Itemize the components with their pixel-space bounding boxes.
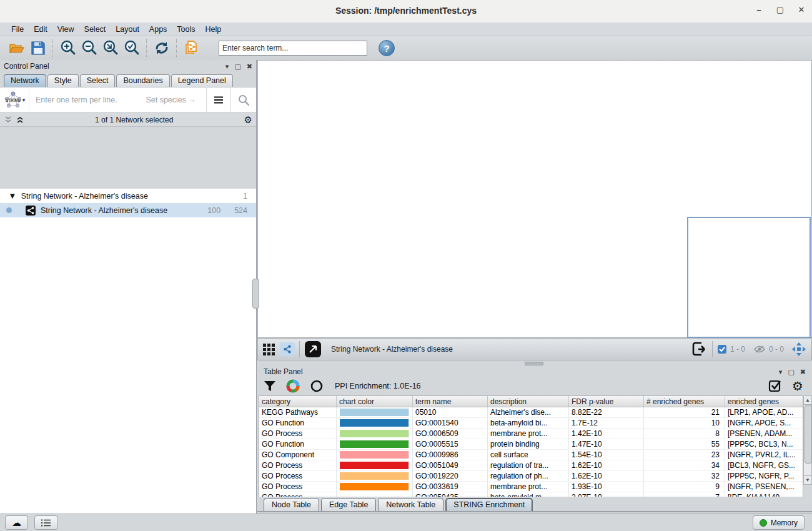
column-header[interactable]: description [488, 396, 569, 407]
cell-description: membrane prot... [488, 429, 569, 439]
tab-string-enrichment[interactable]: STRING Enrichment [445, 498, 533, 512]
zoom-in-button[interactable] [57, 38, 79, 58]
column-header[interactable]: enriched genes [725, 396, 805, 407]
search-input[interactable] [219, 41, 367, 56]
filter-button[interactable] [264, 380, 276, 392]
cell-genes: [IDE, KIAA1149... [725, 492, 803, 497]
close-icon[interactable]: ✕ [793, 5, 810, 17]
launch-view-button[interactable] [305, 341, 321, 357]
open-file-button[interactable] [6, 38, 27, 58]
chart-button[interactable] [286, 379, 300, 393]
tab-legend-panel[interactable]: Legend Panel [171, 74, 233, 87]
column-header[interactable]: chart color [337, 396, 413, 407]
task-list-button[interactable] [34, 515, 58, 530]
table-row[interactable]: KEGG Pathways05010Alzheimer's dise...8.8… [259, 407, 803, 418]
grid-button[interactable] [263, 344, 275, 355]
selection-count-label: 1 of 1 Network selected [24, 116, 244, 124]
ring-button[interactable] [310, 379, 324, 393]
tab-edge-table[interactable]: Edge Table [321, 498, 376, 512]
table-row[interactable]: GO ComponentGO:0009986cell surface1.54E-… [259, 450, 803, 460]
tab-style[interactable]: Style [47, 74, 79, 87]
table-row[interactable]: GO FunctionGO:0005515protein binding1.47… [259, 439, 803, 450]
refresh-button[interactable] [151, 38, 172, 58]
panel-close-icon[interactable]: ✖ [247, 62, 252, 71]
cell-genes: [NGFR, APOE, S... [725, 418, 803, 428]
menu-tools[interactable]: Tools [172, 24, 200, 35]
table-settings-gear-icon[interactable]: ⚙ [792, 379, 803, 394]
enrichment-table: categorychart colorterm namedescriptionF… [259, 395, 803, 497]
tree-expander-icon[interactable]: ▼ [10, 192, 15, 199]
tab-boundaries[interactable]: Boundaries [116, 74, 169, 87]
save-session-button[interactable] [27, 38, 49, 58]
table-row[interactable]: GO ProcessGO:0006509membrane prot...1.42… [259, 429, 803, 439]
task-history-button[interactable]: ☁ [5, 515, 28, 530]
scroll-up-icon[interactable]: ▲ [804, 396, 811, 405]
panel-close-icon[interactable]: ✖ [800, 368, 806, 376]
table-row[interactable]: GO ProcessGO:0019220regulation of ph...1… [259, 471, 803, 482]
string-options-button[interactable] [206, 88, 230, 112]
birdseye-toggle-button[interactable] [791, 342, 806, 357]
network-row[interactable]: String Network - Alzheimer's disease 100… [0, 203, 256, 217]
vertical-splitter-grip[interactable] [252, 279, 259, 309]
scrollbar-thumb[interactable] [805, 405, 812, 464]
main-toolbar: ? [0, 36, 812, 61]
column-header[interactable]: FDR p-value [569, 396, 644, 407]
network-options-gear-icon[interactable]: ⚙ [244, 114, 252, 126]
table-row[interactable]: GO FunctionGO:0001540beta-amyloid bi...1… [259, 418, 803, 429]
menu-help[interactable]: Help [201, 24, 227, 35]
table-row[interactable]: GO ProcessGO:0033619membrane prot...1.93… [259, 482, 803, 492]
minimize-icon[interactable]: – [751, 5, 767, 17]
column-header[interactable]: # enriched genes [644, 396, 725, 407]
string-logo[interactable]: STRING ▾ [0, 88, 29, 112]
string-search-button[interactable] [230, 88, 256, 112]
cell-chart-color [337, 482, 413, 492]
tab-network[interactable]: Network [4, 74, 46, 87]
column-header[interactable]: term name [413, 396, 488, 407]
menu-layout[interactable]: Layout [111, 24, 144, 35]
panel-menu-icon[interactable]: ▾ [779, 368, 783, 376]
zoom-out-button[interactable] [79, 38, 100, 58]
zoom-fit-button[interactable] [100, 38, 121, 58]
panel-menu-icon[interactable]: ▾ [225, 62, 229, 71]
string-network-button[interactable] [280, 342, 295, 356]
menu-apps[interactable]: Apps [144, 24, 172, 35]
select-rows-button[interactable] [768, 379, 782, 393]
cell-description: membrane prot... [488, 482, 569, 492]
current-network-dot-icon [6, 207, 12, 213]
table-row[interactable]: GO ProcessGO:0050435beta-amyloid m...2.0… [259, 492, 803, 497]
filter-icon [264, 380, 276, 392]
collapse-all-icon[interactable] [4, 116, 12, 124]
panel-float-icon[interactable]: ▢ [788, 368, 794, 376]
network-collection-row[interactable]: ▼ String Network - Alzheimer's disease 1 [0, 189, 256, 203]
cell-genes: [NGFR, PVRL2, IL... [725, 450, 803, 460]
window-title: Session: /tmp/enrichmentTest.cys [0, 6, 812, 16]
cell-term-name: GO:0005515 [413, 439, 488, 449]
column-header[interactable]: category [259, 396, 337, 407]
tab-select[interactable]: Select [80, 74, 116, 87]
selected-nodes-indicator[interactable]: 1 - 0 [718, 345, 745, 354]
memory-button[interactable]: Memory [753, 515, 805, 530]
birdseye-overview[interactable] [687, 217, 811, 338]
maximize-icon[interactable]: ▢ [772, 5, 788, 17]
menu-view[interactable]: View [52, 24, 79, 35]
zoom-selected-button[interactable] [121, 38, 142, 58]
share-icon [283, 345, 292, 354]
menu-file[interactable]: File [6, 24, 29, 35]
string-query-input[interactable]: Enter one term per line. [36, 96, 117, 104]
menu-edit[interactable]: Edit [29, 24, 52, 35]
collection-count: 1 [243, 192, 247, 201]
new-network-from-selection-button[interactable] [181, 38, 202, 58]
menu-select[interactable]: Select [79, 24, 111, 35]
table-scrollbar[interactable]: ▲ ▼ [803, 395, 812, 485]
expand-all-icon[interactable] [16, 116, 24, 124]
tab-network-table[interactable]: Network Table [378, 498, 443, 512]
export-network-button[interactable] [691, 341, 708, 357]
hidden-nodes-indicator[interactable]: 0 - 0 [754, 345, 784, 354]
table-panel-header: Table Panel ▾ ▢ ✖ [257, 365, 812, 378]
tab-node-table[interactable]: Node Table [264, 498, 319, 512]
table-row[interactable]: GO ProcessGO:0051049regulation of tra...… [259, 460, 803, 471]
scroll-down-icon[interactable]: ▼ [804, 475, 811, 484]
set-species-link[interactable]: Set species → [146, 96, 196, 104]
help-icon[interactable]: ? [379, 40, 395, 56]
panel-float-icon[interactable]: ▢ [234, 62, 240, 71]
